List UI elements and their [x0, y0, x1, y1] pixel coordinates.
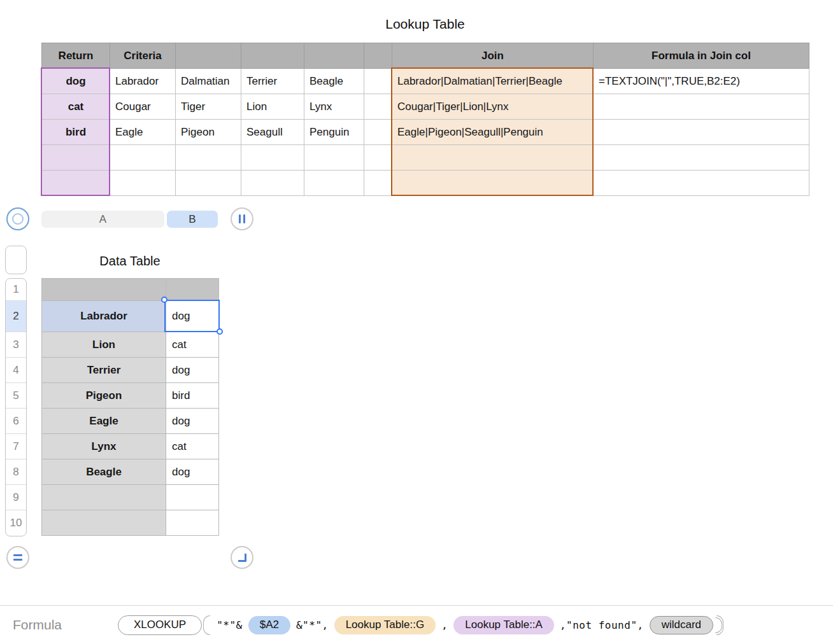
- lookup-header-return[interactable]: Return: [42, 43, 110, 69]
- data-table-title[interactable]: Data Table: [41, 254, 218, 269]
- lookup-cell[interactable]: Pigeon: [176, 120, 241, 145]
- lookup-cell[interactable]: [110, 145, 176, 171]
- lookup-cell[interactable]: Eagle|Pigeon|Seagull|Penguin: [392, 120, 594, 145]
- lookup-header-col4[interactable]: [241, 43, 304, 69]
- lookup-cell[interactable]: Eagle: [110, 120, 176, 145]
- data-cell[interactable]: Eagle: [42, 409, 166, 434]
- lookup-cell[interactable]: [241, 145, 304, 171]
- lookup-header-criteria[interactable]: Criteria: [110, 43, 176, 69]
- lookup-cell[interactable]: [364, 145, 392, 171]
- lookup-cell[interactable]: Labrador|Dalmatian|Terrier|Beagle: [392, 69, 594, 94]
- lookup-header-formula[interactable]: Formula in Join col: [594, 43, 809, 69]
- lookup-table-title[interactable]: Lookup Table: [41, 17, 809, 32]
- row-number[interactable]: 3: [6, 332, 26, 358]
- lookup-cell[interactable]: Penguin: [304, 120, 364, 145]
- formula-ref-return-token[interactable]: Lookup Table::A: [453, 616, 554, 634]
- resize-table-button[interactable]: [231, 546, 253, 569]
- row-number-selected[interactable]: 2: [6, 301, 26, 332]
- data-cell-b2-selected[interactable]: dog: [166, 301, 219, 332]
- data-cell[interactable]: Terrier: [42, 358, 166, 383]
- row-number[interactable]: 4: [6, 358, 26, 383]
- lookup-cell[interactable]: dog: [42, 69, 110, 94]
- column-tab-a[interactable]: A: [41, 211, 164, 228]
- data-cell[interactable]: Pigeon: [42, 383, 166, 409]
- lookup-cell[interactable]: [392, 145, 594, 171]
- lookup-cell[interactable]: [304, 145, 364, 171]
- row-number[interactable]: 6: [6, 409, 26, 434]
- add-row-button[interactable]: [6, 546, 29, 569]
- data-cell-a2[interactable]: Labrador: [42, 301, 166, 332]
- lookup-cell[interactable]: Labrador: [110, 69, 176, 94]
- formula-text-segment[interactable]: &"*",: [296, 619, 329, 631]
- data-cell[interactable]: dog: [166, 409, 219, 434]
- lookup-cell[interactable]: [364, 171, 392, 196]
- lookup-cell[interactable]: [594, 120, 809, 145]
- data-cell[interactable]: dog: [166, 459, 219, 485]
- row-number[interactable]: 5: [6, 383, 26, 409]
- lookup-cell[interactable]: [304, 171, 364, 196]
- formula-text-segment[interactable]: ,"not found",: [560, 619, 644, 631]
- lookup-cell[interactable]: [594, 145, 809, 171]
- data-cell[interactable]: [42, 485, 166, 510]
- lookup-cell[interactable]: Cougar|Tiger|Lion|Lynx: [392, 94, 594, 120]
- lookup-cell[interactable]: [364, 120, 392, 145]
- data-cell[interactable]: [166, 279, 219, 301]
- lookup-cell[interactable]: Cougar: [110, 94, 176, 120]
- data-cell[interactable]: [166, 510, 219, 536]
- formula-editor[interactable]: XLOOKUP "*"& $A2 &"*", Lookup Table::G ,…: [118, 606, 723, 644]
- lookup-cell[interactable]: [594, 94, 809, 120]
- table-handle-button[interactable]: [6, 207, 29, 230]
- row-number[interactable]: 10: [6, 510, 26, 536]
- lookup-cell[interactable]: bird: [42, 120, 110, 145]
- lookup-cell[interactable]: Lion: [241, 94, 304, 120]
- lookup-cell[interactable]: [110, 171, 176, 196]
- lookup-cell[interactable]: [176, 145, 241, 171]
- lookup-header-row: Return Criteria Join Formula in Join col: [42, 43, 809, 69]
- lookup-cell[interactable]: [392, 171, 594, 196]
- lookup-header-col3[interactable]: [176, 43, 241, 69]
- row-number[interactable]: 1: [6, 279, 26, 301]
- add-column-button[interactable]: [231, 207, 253, 230]
- formula-text-segment[interactable]: "*"&: [217, 619, 243, 631]
- formula-wildcard-token[interactable]: wildcard: [650, 616, 713, 634]
- lookup-cell[interactable]: Lynx: [304, 94, 364, 120]
- lookup-header-join[interactable]: Join: [392, 43, 594, 69]
- formula-text-segment[interactable]: ,: [441, 619, 448, 631]
- selection-handle-bottom[interactable]: [217, 328, 223, 335]
- column-tab-b[interactable]: B: [167, 211, 218, 228]
- lookup-header-col6[interactable]: [364, 43, 392, 69]
- lookup-cell[interactable]: [176, 171, 241, 196]
- lookup-cell[interactable]: Terrier: [241, 69, 304, 94]
- lookup-cell[interactable]: Seagull: [241, 120, 304, 145]
- data-cell[interactable]: Beagle: [42, 459, 166, 485]
- row-number[interactable]: 7: [6, 434, 26, 459]
- lookup-cell[interactable]: cat: [42, 94, 110, 120]
- lookup-cell[interactable]: [594, 171, 809, 196]
- data-cell[interactable]: Lynx: [42, 434, 166, 459]
- data-cell[interactable]: [42, 510, 166, 536]
- lookup-cell[interactable]: =TEXTJOIN("|",TRUE,B2:E2): [594, 69, 809, 94]
- lookup-cell[interactable]: Dalmatian: [176, 69, 241, 94]
- lookup-cell[interactable]: [241, 171, 304, 196]
- formula-function-token[interactable]: XLOOKUP: [118, 615, 202, 635]
- lookup-cell[interactable]: [42, 145, 110, 171]
- row-number[interactable]: 9: [6, 485, 26, 510]
- data-cell[interactable]: [42, 279, 166, 301]
- lookup-cell[interactable]: Beagle: [304, 69, 364, 94]
- data-cell[interactable]: cat: [166, 332, 219, 358]
- lookup-header-col5[interactable]: [304, 43, 364, 69]
- lookup-cell[interactable]: [364, 94, 392, 120]
- data-cell[interactable]: Lion: [42, 332, 166, 358]
- table-handle-icon: [12, 213, 24, 225]
- data-cell[interactable]: [166, 485, 219, 510]
- lookup-cell[interactable]: Tiger: [176, 94, 241, 120]
- data-cell[interactable]: dog: [166, 358, 219, 383]
- formula-ref-a2-token[interactable]: $A2: [248, 616, 290, 634]
- row-number[interactable]: 8: [6, 459, 26, 485]
- lookup-cell[interactable]: [364, 69, 392, 94]
- selection-handle-top[interactable]: [161, 297, 167, 303]
- data-cell[interactable]: cat: [166, 434, 219, 459]
- lookup-cell[interactable]: [42, 171, 110, 196]
- formula-ref-join-token[interactable]: Lookup Table::G: [334, 616, 436, 634]
- data-cell[interactable]: bird: [166, 383, 219, 409]
